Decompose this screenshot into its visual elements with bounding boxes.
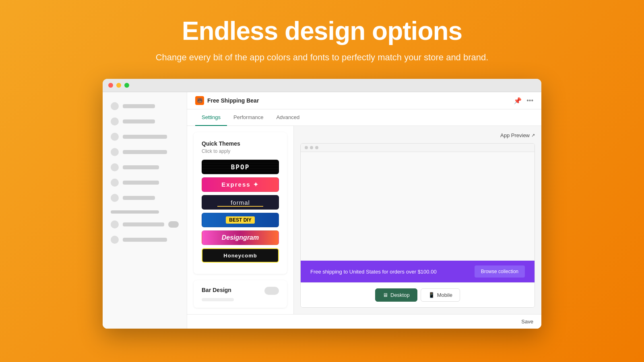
preview-dot-3 [315,146,318,149]
quick-themes-subtitle: Click to apply [202,148,279,154]
save-button[interactable]: Save [521,319,533,325]
right-panel: App Preview ↗ [294,126,541,314]
sidebar-label-customers [123,150,167,154]
desktop-view-button[interactable]: 🖥 Desktop [375,288,417,302]
main-area: 🐻 Free Shipping Bear 📌 ••• Settings Perf… [187,92,541,329]
app-footer: Save [187,314,541,329]
bar-design-toggle[interactable] [264,287,279,295]
shipping-bar: Free shipping to United States for order… [301,261,535,282]
more-icon[interactable]: ••• [526,97,533,105]
tabs-bar: Settings Performance Advanced [187,109,541,126]
browser-dot-red[interactable] [108,83,113,88]
left-panel: Quick Themes Click to apply BPOP Express… [187,126,294,314]
online-store-icon [111,220,119,228]
tab-settings[interactable]: Settings [195,109,227,126]
bar-design-section: Bar Design [194,280,287,308]
browse-collection-button[interactable]: Browse collection [475,265,525,278]
tab-performance[interactable]: Performance [227,109,270,126]
view-toggle: 🖥 Desktop 📱 Mobile [301,282,535,307]
mobile-view-button[interactable]: 📱 Mobile [421,288,460,302]
sidebar-item-analytics[interactable] [103,160,187,175]
bar-design-title: Bar Design [202,287,231,293]
sidebar-item-point-of-sale[interactable] [103,232,187,247]
preview-content [301,152,535,261]
browser-window: 🐻 Free Shipping Bear 📌 ••• Settings Perf… [103,79,541,329]
preview-dot-1 [305,146,308,149]
sidebar-label-products [123,135,167,139]
theme-bpop[interactable]: BPOP [202,160,279,174]
theme-express[interactable]: Express ✦ [202,177,279,192]
sidebar-item-discounts[interactable] [103,175,187,190]
tab-advanced[interactable]: Advanced [270,109,306,126]
quick-themes-title: Quick Themes [202,140,279,147]
hero-subtitle: Change every bit of the app colors and f… [156,52,489,63]
mobile-icon: 📱 [428,292,435,298]
mobile-label: Mobile [437,292,452,298]
sidebar-item-orders[interactable] [103,114,187,129]
sidebar-label-orders [123,119,155,123]
browser-dot-yellow[interactable] [116,83,121,88]
app-icon: 🐻 [195,96,204,105]
theme-bpop-text: BPOP [231,163,250,171]
sidebar-label-apps [123,196,155,200]
browser-dot-green[interactable] [124,83,129,88]
desktop-label: Desktop [390,292,410,298]
theme-formal-line [217,206,263,207]
products-icon [111,133,119,141]
sidebar-item-home[interactable] [103,99,187,114]
preview-browser: Free shipping to United States for order… [300,143,535,308]
quick-themes-section: Quick Themes Click to apply BPOP Express… [194,132,287,274]
sidebar-label-analytics [123,165,159,169]
sidebar-section-label [111,210,159,214]
bar-design-header: Bar Design [202,287,279,295]
app-preview-label: App Preview [500,132,530,138]
theme-honeycomb-text: Honeycomb [223,253,257,259]
analytics-icon [111,163,119,171]
sidebar-label-home [123,104,155,108]
orders-icon [111,117,119,125]
sidebar-item-online-store[interactable] [103,217,187,232]
app-header: 🐻 Free Shipping Bear 📌 ••• [187,92,541,109]
desktop-icon: 🖥 [383,292,388,298]
content-area: Quick Themes Click to apply BPOP Express… [187,126,541,314]
sidebar [103,92,187,329]
sidebar-item-apps[interactable] [103,190,187,206]
theme-formal-text: formal [231,199,250,206]
discounts-icon [111,179,119,187]
preview-dot-2 [310,146,313,149]
apps-icon [111,194,119,202]
shipping-bar-text: Free shipping to United States for order… [310,269,437,275]
customers-icon [111,148,119,156]
app-header-actions: 📌 ••• [514,97,533,105]
theme-express-text: Express ✦ [221,181,259,188]
sidebar-label-pos [123,238,167,242]
home-icon [111,102,119,110]
pin-icon[interactable]: 📌 [514,97,522,105]
sidebar-label-online-store [123,222,164,226]
app-preview-link[interactable]: App Preview ↗ [500,132,535,138]
browser-chrome [103,79,541,92]
theme-formal[interactable]: formal [202,195,279,210]
sidebar-toggle[interactable] [168,221,179,228]
sidebar-item-products[interactable] [103,129,187,144]
pos-icon [111,236,119,244]
sidebar-item-customers[interactable] [103,144,187,160]
external-link-icon: ↗ [531,133,535,138]
theme-bestdiy-badge: BEST DIY [226,216,254,224]
bar-design-sub [202,298,234,301]
preview-browser-chrome [301,144,535,152]
theme-designgram-text: Designgram [222,234,259,241]
sidebar-label-discounts [123,181,159,185]
preview-header: App Preview ↗ [300,132,535,138]
theme-bestdiy[interactable]: BEST DIY [202,213,279,227]
theme-honeycomb[interactable]: Honeycomb [202,248,279,263]
app-title: Free Shipping Bear [207,97,259,104]
hero-title: Endless design options [182,16,462,46]
browser-content: 🐻 Free Shipping Bear 📌 ••• Settings Perf… [103,92,541,329]
theme-designgram[interactable]: Designgram [202,230,279,245]
